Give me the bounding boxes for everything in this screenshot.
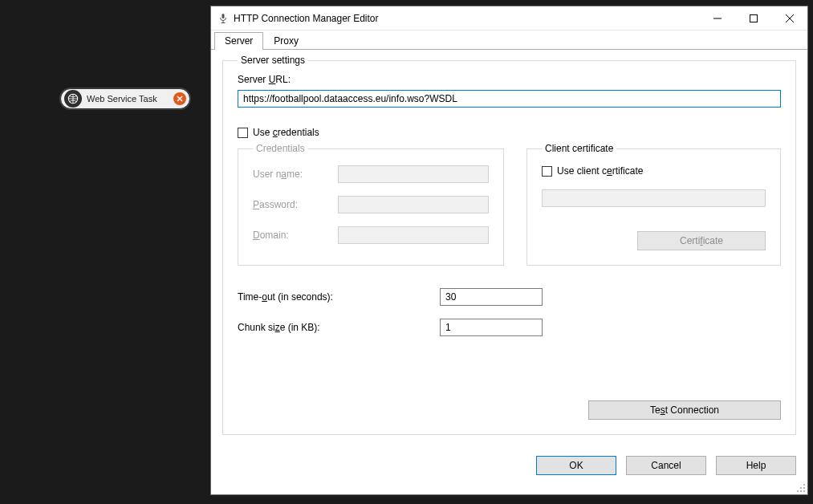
help-button[interactable]: Help <box>716 456 796 475</box>
server-settings-group: Server settings Server URL: Use credenti… <box>222 55 796 435</box>
use-credentials-label: Use credentials <box>253 127 319 138</box>
client-certificate-legend: Client certificate <box>542 143 616 154</box>
svg-point-9 <box>797 490 799 492</box>
username-input <box>338 165 489 183</box>
resize-grip-icon[interactable] <box>795 482 806 493</box>
maximize-button[interactable] <box>735 6 771 30</box>
titlebar[interactable]: HTTP Connection Manager Editor <box>211 6 807 30</box>
server-settings-legend: Server settings <box>238 55 308 66</box>
client-certificate-group: Client certificate Use client certificat… <box>526 143 781 266</box>
svg-point-6 <box>803 484 805 486</box>
password-label: Password: <box>253 199 298 210</box>
use-credentials-checkbox[interactable]: Use credentials <box>238 127 781 138</box>
domain-input <box>338 226 489 244</box>
svg-point-10 <box>800 490 802 492</box>
globe-icon <box>64 90 82 108</box>
server-url-label: Server URL: <box>238 74 781 85</box>
credentials-group: Credentials User name: Password: Domain: <box>238 143 504 266</box>
tab-proxy[interactable]: Proxy <box>263 32 309 50</box>
web-service-task-node[interactable]: Web Service Task <box>60 88 190 109</box>
svg-point-11 <box>803 490 805 492</box>
cancel-button[interactable]: Cancel <box>626 456 706 475</box>
svg-rect-5 <box>750 14 757 22</box>
tabstrip: Server Proxy <box>211 30 807 50</box>
server-url-input[interactable] <box>238 90 781 108</box>
svg-point-8 <box>803 487 805 489</box>
chunk-input[interactable] <box>440 319 543 336</box>
timeout-label: Time-out (in seconds): <box>238 291 430 303</box>
use-client-cert-label: Use client certificate <box>557 165 643 177</box>
username-label: User name: <box>253 169 303 180</box>
password-input <box>338 196 489 213</box>
dialog-title: HTTP Connection Manager Editor <box>234 13 379 24</box>
minimize-button[interactable] <box>699 6 735 30</box>
credentials-legend: Credentials <box>253 143 308 154</box>
client-cert-input <box>542 189 766 207</box>
timeout-input[interactable] <box>440 288 543 306</box>
checkbox-icon <box>542 166 552 177</box>
use-client-cert-checkbox[interactable]: Use client certificate <box>542 165 766 177</box>
svg-rect-1 <box>222 14 225 18</box>
ok-button[interactable]: OK <box>536 456 616 475</box>
app-icon <box>217 13 229 24</box>
checkbox-icon <box>238 128 248 138</box>
task-node-label: Web Service Task <box>87 94 157 104</box>
error-icon <box>173 92 186 105</box>
chunk-label: Chunk size (in KB): <box>238 322 430 333</box>
certificate-button: Certificate <box>637 231 766 250</box>
test-connection-button[interactable]: Test Connection <box>588 400 781 420</box>
close-button[interactable] <box>771 6 807 30</box>
dialog-buttons: OK Cancel Help <box>525 456 807 475</box>
tab-server[interactable]: Server <box>214 32 263 50</box>
http-connection-manager-dialog: HTTP Connection Manager Editor Server Pr… <box>210 6 808 495</box>
domain-label: Domain: <box>253 230 289 241</box>
svg-point-7 <box>800 487 802 489</box>
